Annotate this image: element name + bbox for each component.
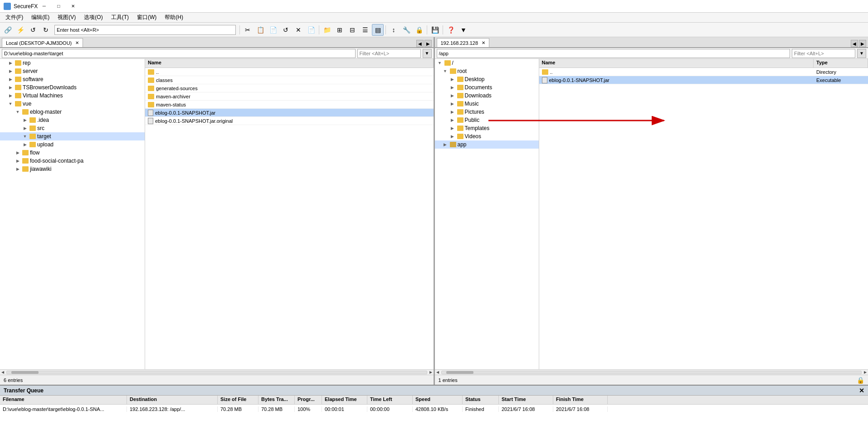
right-filter-arrow[interactable]: ▼ — [857, 49, 866, 58]
left-nav-prev[interactable]: ◀ — [416, 40, 424, 47]
tree-item-server[interactable]: ▶ server — [0, 67, 145, 75]
right-path-input[interactable] — [437, 49, 790, 58]
toolbar-lightning-btn[interactable]: ⚡ — [15, 24, 26, 36]
menu-window[interactable]: 窗口(W) — [133, 13, 160, 22]
tree-item-pictures[interactable]: ▶ Pictures — [435, 108, 539, 116]
right-file-row-dotdot[interactable]: .. Directory — [539, 68, 868, 76]
left-path-input[interactable] — [2, 49, 356, 58]
right-col-type[interactable]: Type — [814, 59, 868, 68]
tq-col-filename[interactable]: Filename — [0, 396, 127, 404]
tq-col-size[interactable]: Size of File — [218, 396, 258, 404]
file-row-generated[interactable]: generated-sources — [145, 84, 434, 92]
menu-view[interactable]: 视图(V) — [54, 13, 79, 22]
left-filter-arrow[interactable]: ▼ — [423, 49, 432, 58]
toolbar-extra-btn[interactable]: ▼ — [458, 24, 469, 36]
toolbar-cut-btn[interactable]: ✂ — [242, 24, 254, 36]
toolbar-tiles-btn[interactable]: ⊟ — [346, 24, 358, 36]
tree-item-documents[interactable]: ▶ Documents — [435, 83, 539, 92]
left-hscroll-left[interactable]: ◀ — [0, 370, 5, 374]
host-input[interactable] — [54, 25, 236, 35]
left-hscroll-right[interactable]: ▶ — [428, 370, 434, 374]
right-hscroll-left[interactable]: ◀ — [435, 370, 440, 374]
tq-col-left[interactable]: Time Left — [367, 396, 413, 404]
tree-item-root[interactable]: ▼ root — [435, 67, 539, 75]
tree-item-public[interactable]: ▶ Public — [435, 116, 539, 124]
minimize-button[interactable]: ─ — [38, 1, 50, 11]
tree-item-food[interactable]: ▶ food-social-contact-pa — [0, 157, 145, 165]
tree-item-music[interactable]: ▶ Music — [435, 100, 539, 108]
tq-col-dest[interactable]: Destination — [127, 396, 218, 404]
tree-item-jiawa[interactable]: ▶ jiawawiki — [0, 165, 145, 173]
tq-close-btn[interactable]: ✕ — [859, 387, 864, 394]
tq-col-elapsed[interactable]: Elapsed Time — [322, 396, 367, 404]
left-tab[interactable]: Local (DESKTOP-AJM3DOU) ✕ — [2, 38, 83, 47]
tree-item-flow[interactable]: ▶ flow — [0, 149, 145, 157]
right-file-row-jar[interactable]: eblog-0.0.1-SNAPSHOT.jar Executable — [539, 76, 868, 84]
file-row-classes[interactable]: classes — [145, 76, 434, 84]
toolbar-lock-btn[interactable]: 🔒 — [413, 24, 425, 36]
right-tab-close[interactable]: ✕ — [482, 40, 485, 45]
left-filter-input[interactable] — [357, 49, 421, 58]
right-col-name[interactable]: Name — [539, 59, 814, 68]
file-row-jar-original[interactable]: eblog-0.0.1-SNAPSHOT.jar.original — [145, 117, 434, 125]
toolbar-print-btn[interactable]: 💾 — [429, 24, 441, 36]
file-row-dotdot[interactable]: .. — [145, 68, 434, 76]
maximize-button[interactable]: □ — [52, 1, 65, 11]
tq-col-status[interactable]: Status — [463, 396, 499, 404]
tq-col-finish[interactable]: Finish Time — [553, 396, 608, 404]
tree-item-idea[interactable]: ▶ .idea — [0, 116, 145, 124]
toolbar-paste-btn[interactable]: 📄 — [267, 24, 279, 36]
tree-item-target[interactable]: ▼ target — [0, 132, 145, 140]
menu-edit[interactable]: 编辑(E) — [28, 13, 53, 22]
toolbar-filter-btn[interactable]: 🔧 — [400, 24, 412, 36]
toolbar-list-btn[interactable]: ☰ — [359, 24, 371, 36]
tree-item-desktop[interactable]: ▶ Desktop — [435, 75, 539, 83]
toolbar-cancel-btn[interactable]: ✕ — [293, 24, 304, 36]
tq-col-bytes[interactable]: Bytes Tra... — [258, 396, 295, 404]
file-row-maven-status[interactable]: maven-status — [145, 101, 434, 109]
tq-row-0[interactable]: D:\vue\eblog-master\target\eblog-0.0.1-S… — [0, 405, 868, 414]
toolbar-copy-btn[interactable]: 📋 — [254, 24, 266, 36]
toolbar-grid-btn[interactable]: ⊞ — [334, 24, 346, 36]
toolbar-sort-btn[interactable]: ↕ — [388, 24, 400, 36]
left-col-name[interactable]: Name — [145, 59, 434, 68]
tree-item-rep[interactable]: ▶ rep — [0, 59, 145, 67]
tree-item-src[interactable]: ▶ src — [0, 124, 145, 132]
menu-file[interactable]: 文件(F) — [2, 13, 27, 22]
tq-col-speed[interactable]: Speed — [413, 396, 463, 404]
toolbar-connect-btn[interactable]: 📁 — [321, 24, 333, 36]
left-tab-close[interactable]: ✕ — [75, 40, 79, 45]
menu-help[interactable]: 帮助(H) — [161, 13, 187, 22]
left-hscroll-track[interactable] — [6, 371, 427, 374]
toolbar-link-btn[interactable]: 🔗 — [2, 24, 14, 36]
toolbar-forward-btn[interactable]: ↻ — [40, 24, 52, 36]
toolbar-refresh-btn[interactable]: ↺ — [280, 24, 292, 36]
file-row-jar[interactable]: eblog-0.0.1-SNAPSHOT.jar — [145, 109, 434, 117]
right-nav-prev[interactable]: ◀ — [851, 40, 858, 47]
tree-item-downloads[interactable]: ▶ Downloads — [435, 92, 539, 100]
tree-item-videos[interactable]: ▶ Videos — [435, 132, 539, 140]
tree-item-software[interactable]: ▶ software — [0, 75, 145, 83]
menu-options[interactable]: 选项(O) — [80, 13, 106, 22]
tree-item-vue[interactable]: ▼ vue — [0, 100, 145, 108]
toolbar-back-btn[interactable]: ↺ — [27, 24, 39, 36]
right-hscroll-right[interactable]: ▶ — [863, 370, 868, 374]
left-nav-next[interactable]: ▶ — [424, 40, 432, 47]
tree-item-vms[interactable]: ▶ Virtual Machines — [0, 92, 145, 100]
tree-item-templates[interactable]: ▶ Templates — [435, 124, 539, 132]
tree-item-upload[interactable]: ▶ upload — [0, 140, 145, 149]
tree-item-app[interactable]: ▶ app — [435, 140, 539, 149]
close-button[interactable]: ✕ — [67, 1, 79, 11]
menu-tools[interactable]: 工具(T) — [107, 13, 132, 22]
tree-item-tsbrowser[interactable]: ▶ TSBrowserDownloads — [0, 83, 145, 92]
toolbar-details-btn[interactable]: ▤ — [372, 24, 384, 36]
right-filter-input[interactable] — [792, 49, 855, 58]
right-tab[interactable]: 192.168.223.128 ✕ — [437, 38, 490, 47]
right-nav-next[interactable]: ▶ — [859, 40, 866, 47]
tree-item-eblog-master[interactable]: ▼ eblog-master — [0, 108, 145, 116]
tree-item-root-slash[interactable]: ▼ / — [435, 59, 539, 67]
right-hscroll-track[interactable] — [441, 371, 862, 374]
tq-col-start[interactable]: Start Time — [499, 396, 553, 404]
toolbar-help-btn[interactable]: ❓ — [445, 24, 457, 36]
file-row-maven-archiver[interactable]: maven-archiver — [145, 92, 434, 101]
